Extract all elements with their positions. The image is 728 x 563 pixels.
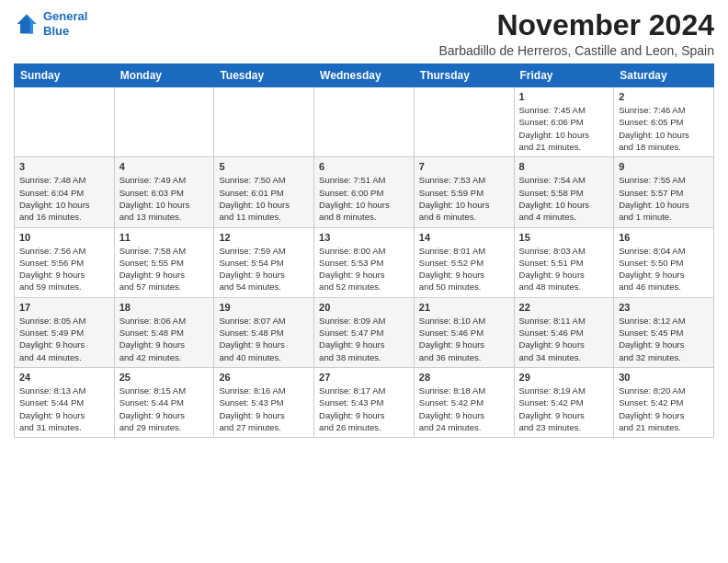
header-row: SundayMondayTuesdayWednesdayThursdayFrid…: [15, 64, 714, 87]
calendar-week-row: 24Sunrise: 8:13 AM Sunset: 5:44 PM Dayli…: [15, 367, 714, 437]
day-info: Sunrise: 8:19 AM Sunset: 5:42 PM Dayligh…: [519, 385, 609, 433]
calendar-week-row: 17Sunrise: 8:05 AM Sunset: 5:49 PM Dayli…: [15, 297, 714, 367]
day-info: Sunrise: 7:50 AM Sunset: 6:01 PM Dayligh…: [219, 174, 309, 223]
day-info: Sunrise: 8:06 AM Sunset: 5:48 PM Dayligh…: [119, 315, 210, 363]
calendar-body: 1Sunrise: 7:45 AM Sunset: 6:06 PM Daylig…: [15, 87, 714, 438]
day-info: Sunrise: 8:07 AM Sunset: 5:48 PM Dayligh…: [219, 315, 309, 363]
calendar-cell: [214, 87, 314, 157]
day-info: Sunrise: 8:15 AM Sunset: 5:44 PM Dayligh…: [119, 385, 210, 433]
day-number: 22: [519, 302, 609, 313]
day-info: Sunrise: 8:16 AM Sunset: 5:43 PM Dayligh…: [219, 385, 309, 433]
calendar-cell: 19Sunrise: 8:07 AM Sunset: 5:48 PM Dayli…: [214, 297, 314, 367]
calendar-cell: 7Sunrise: 7:53 AM Sunset: 5:59 PM Daylig…: [414, 157, 514, 227]
calendar-cell: 25Sunrise: 8:15 AM Sunset: 5:44 PM Dayli…: [114, 367, 214, 437]
calendar-cell: [314, 87, 415, 157]
calendar-cell: 29Sunrise: 8:19 AM Sunset: 5:42 PM Dayli…: [514, 367, 614, 437]
day-info: Sunrise: 8:05 AM Sunset: 5:49 PM Dayligh…: [19, 315, 109, 363]
day-number: 26: [219, 372, 309, 383]
logo-line1: General: [43, 9, 87, 23]
calendar-cell: 18Sunrise: 8:06 AM Sunset: 5:48 PM Dayli…: [114, 297, 214, 367]
day-number: 15: [519, 232, 609, 243]
calendar-cell: 16Sunrise: 8:04 AM Sunset: 5:50 PM Dayli…: [614, 227, 714, 297]
day-number: 10: [19, 232, 109, 243]
calendar-cell: 17Sunrise: 8:05 AM Sunset: 5:49 PM Dayli…: [15, 297, 115, 367]
day-number: 23: [619, 302, 709, 313]
day-number: 13: [319, 232, 409, 243]
day-info: Sunrise: 8:00 AM Sunset: 5:53 PM Dayligh…: [319, 245, 409, 293]
day-number: 27: [319, 372, 409, 383]
day-number: 25: [119, 372, 210, 383]
day-number: 20: [319, 302, 409, 313]
day-number: 16: [619, 232, 709, 243]
day-info: Sunrise: 7:45 AM Sunset: 6:06 PM Dayligh…: [519, 104, 609, 153]
weekday-header: Monday: [114, 64, 214, 87]
weekday-header: Friday: [514, 64, 614, 87]
calendar-cell: 4Sunrise: 7:49 AM Sunset: 6:03 PM Daylig…: [114, 157, 214, 227]
calendar-cell: 11Sunrise: 7:58 AM Sunset: 5:55 PM Dayli…: [114, 227, 214, 297]
calendar-cell: 15Sunrise: 8:03 AM Sunset: 5:51 PM Dayli…: [514, 227, 614, 297]
calendar-cell: 8Sunrise: 7:54 AM Sunset: 5:58 PM Daylig…: [514, 157, 614, 227]
day-number: 2: [619, 91, 709, 102]
logo-icon: [14, 11, 40, 37]
day-number: 7: [419, 161, 509, 172]
day-number: 19: [219, 302, 309, 313]
calendar-cell: 22Sunrise: 8:11 AM Sunset: 5:46 PM Dayli…: [514, 297, 614, 367]
calendar-cell: 1Sunrise: 7:45 AM Sunset: 6:06 PM Daylig…: [514, 87, 614, 157]
weekday-header: Thursday: [414, 64, 514, 87]
calendar-cell: 24Sunrise: 8:13 AM Sunset: 5:44 PM Dayli…: [15, 367, 115, 437]
day-info: Sunrise: 8:04 AM Sunset: 5:50 PM Dayligh…: [619, 245, 709, 293]
calendar-cell: 10Sunrise: 7:56 AM Sunset: 5:56 PM Dayli…: [15, 227, 115, 297]
day-info: Sunrise: 7:58 AM Sunset: 5:55 PM Dayligh…: [119, 245, 210, 293]
calendar: SundayMondayTuesdayWednesdayThursdayFrid…: [14, 63, 714, 438]
day-number: 21: [419, 302, 509, 313]
calendar-cell: 21Sunrise: 8:10 AM Sunset: 5:46 PM Dayli…: [414, 297, 514, 367]
day-number: 6: [319, 161, 409, 172]
day-info: Sunrise: 8:17 AM Sunset: 5:43 PM Dayligh…: [319, 385, 409, 433]
calendar-cell: 23Sunrise: 8:12 AM Sunset: 5:45 PM Dayli…: [614, 297, 714, 367]
day-number: 4: [119, 161, 210, 172]
calendar-cell: 13Sunrise: 8:00 AM Sunset: 5:53 PM Dayli…: [314, 227, 415, 297]
day-number: 29: [519, 372, 609, 383]
calendar-cell: 28Sunrise: 8:18 AM Sunset: 5:42 PM Dayli…: [414, 367, 514, 437]
month-title: November 2024: [438, 9, 714, 41]
calendar-cell: 12Sunrise: 7:59 AM Sunset: 5:54 PM Dayli…: [214, 227, 314, 297]
day-number: 12: [219, 232, 309, 243]
calendar-cell: [414, 87, 514, 157]
weekday-header: Saturday: [614, 64, 714, 87]
day-number: 8: [519, 161, 609, 172]
day-number: 5: [219, 161, 309, 172]
calendar-cell: [15, 87, 115, 157]
title-block: November 2024 Barbadillo de Herreros, Ca…: [438, 9, 714, 58]
day-info: Sunrise: 8:20 AM Sunset: 5:42 PM Dayligh…: [619, 385, 709, 433]
day-number: 11: [119, 232, 210, 243]
calendar-cell: 2Sunrise: 7:46 AM Sunset: 6:05 PM Daylig…: [614, 87, 714, 157]
day-number: 28: [419, 372, 509, 383]
day-number: 14: [419, 232, 509, 243]
calendar-cell: 27Sunrise: 8:17 AM Sunset: 5:43 PM Dayli…: [314, 367, 415, 437]
day-number: 18: [119, 302, 210, 313]
day-number: 1: [519, 91, 609, 102]
day-info: Sunrise: 8:03 AM Sunset: 5:51 PM Dayligh…: [519, 245, 609, 293]
day-info: Sunrise: 7:55 AM Sunset: 5:57 PM Dayligh…: [619, 174, 709, 223]
day-number: 17: [19, 302, 109, 313]
calendar-header: SundayMondayTuesdayWednesdayThursdayFrid…: [15, 64, 714, 87]
calendar-cell: 20Sunrise: 8:09 AM Sunset: 5:47 PM Dayli…: [314, 297, 415, 367]
day-info: Sunrise: 8:18 AM Sunset: 5:42 PM Dayligh…: [419, 385, 509, 433]
calendar-week-row: 10Sunrise: 7:56 AM Sunset: 5:56 PM Dayli…: [15, 227, 714, 297]
day-info: Sunrise: 8:10 AM Sunset: 5:46 PM Dayligh…: [419, 315, 509, 363]
day-info: Sunrise: 8:13 AM Sunset: 5:44 PM Dayligh…: [19, 385, 109, 433]
calendar-cell: 6Sunrise: 7:51 AM Sunset: 6:00 PM Daylig…: [314, 157, 415, 227]
day-info: Sunrise: 7:49 AM Sunset: 6:03 PM Dayligh…: [119, 174, 210, 223]
calendar-cell: 5Sunrise: 7:50 AM Sunset: 6:01 PM Daylig…: [214, 157, 314, 227]
day-info: Sunrise: 7:48 AM Sunset: 6:04 PM Dayligh…: [19, 174, 109, 223]
logo-text: General Blue: [43, 9, 87, 38]
calendar-cell: 9Sunrise: 7:55 AM Sunset: 5:57 PM Daylig…: [614, 157, 714, 227]
day-info: Sunrise: 8:09 AM Sunset: 5:47 PM Dayligh…: [319, 315, 409, 363]
day-info: Sunrise: 8:11 AM Sunset: 5:46 PM Dayligh…: [519, 315, 609, 363]
calendar-cell: 14Sunrise: 8:01 AM Sunset: 5:52 PM Dayli…: [414, 227, 514, 297]
day-number: 9: [619, 161, 709, 172]
day-number: 30: [619, 372, 709, 383]
day-info: Sunrise: 7:53 AM Sunset: 5:59 PM Dayligh…: [419, 174, 509, 223]
day-info: Sunrise: 7:56 AM Sunset: 5:56 PM Dayligh…: [19, 245, 109, 293]
calendar-cell: 3Sunrise: 7:48 AM Sunset: 6:04 PM Daylig…: [15, 157, 115, 227]
